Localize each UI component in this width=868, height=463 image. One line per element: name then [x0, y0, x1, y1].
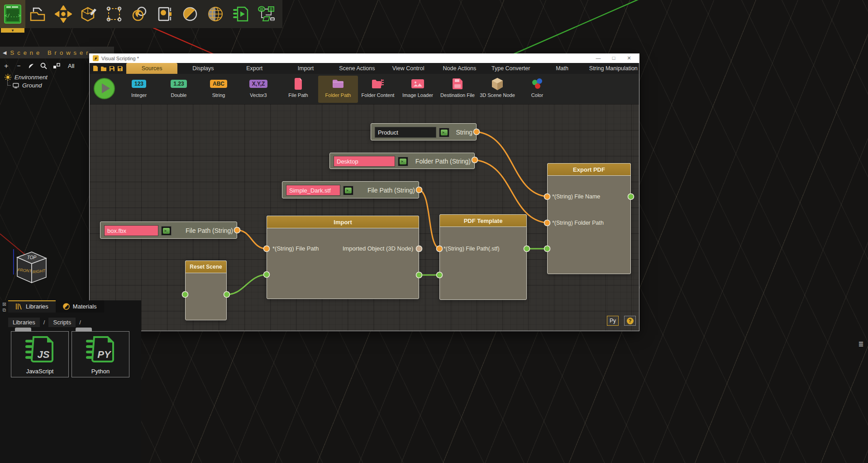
display-icon	[13, 83, 19, 88]
svg-text:</...>: </...>	[5, 13, 21, 18]
wire-simpledark-to-pdftemplate	[419, 190, 439, 249]
window-titlebar[interactable]: Visual Scripting * — □ ✕	[89, 53, 639, 63]
tab-displays[interactable]: Displays	[177, 63, 229, 74]
material-panel-button[interactable]	[152, 0, 177, 28]
expression-button[interactable]: >_	[343, 186, 353, 195]
javascript-icon: JS	[24, 335, 56, 363]
close-button[interactable]: ✕	[621, 53, 637, 63]
hide-toggle-icon	[182, 6, 198, 22]
palette-item-string[interactable]: ABC String	[199, 76, 238, 103]
collapse-arrow-icon[interactable]: ◀	[3, 50, 6, 56]
node-product-string[interactable]: Product >_ String	[371, 123, 477, 140]
tab-view-control[interactable]: View Control	[382, 63, 434, 74]
materials-spheres-button[interactable]	[127, 0, 152, 28]
palette-item-color[interactable]: Color	[517, 76, 557, 103]
open-folder-icon[interactable]	[100, 66, 107, 71]
node-import[interactable]: Import *(String) File Path Imported Obje…	[267, 216, 419, 299]
nav-cube[interactable]: TOP FRONT RIGHT	[4, 245, 58, 290]
run-button[interactable]	[94, 78, 115, 99]
node-palette: 123 Integer 1.23 Double ABC String X,Y,Z…	[90, 74, 639, 104]
tab-sources[interactable]: Sources	[126, 63, 177, 74]
tab-string-manipulation[interactable]: String Manipulation	[588, 63, 639, 74]
marquee-select-button[interactable]	[101, 0, 127, 28]
close-panel-icon[interactable]: ⊠	[1, 301, 8, 307]
sphere-icon	[63, 303, 70, 310]
node-pdf-template[interactable]: PDF Template *(String) File Path(.stf)	[439, 214, 527, 300]
window-menubar: + Sources Displays Export Import Scene A…	[90, 63, 639, 74]
panel-handle-icon[interactable]: ▬▬▬	[859, 341, 865, 346]
simple-dark-value-input[interactable]: Simple_Dark.stf	[286, 185, 340, 196]
python-mode-button[interactable]: Py	[607, 316, 619, 326]
tab-type-converter[interactable]: Type Converter	[485, 63, 536, 74]
add-icon[interactable]: ＋	[3, 62, 10, 70]
pen-icon[interactable]	[28, 63, 34, 69]
palette-label: Color	[531, 92, 543, 98]
panel-side-icons: ⊠ ⧉	[1, 301, 8, 313]
float-panel-icon[interactable]: ⧉	[1, 307, 8, 313]
minimize-button[interactable]: —	[591, 53, 606, 63]
category-tabs: Sources Displays Export Import Scene Act…	[126, 63, 639, 74]
palette-item-integer[interactable]: 123 Integer	[119, 76, 159, 103]
breadcrumb: Libraries / Scripts /	[8, 318, 81, 327]
palette-label: 3D Scene Node	[480, 92, 515, 98]
code-editor-button[interactable]: </...>	[0, 0, 25, 28]
node-desktop-folder-path[interactable]: Desktop >_ Folder Path (String)	[329, 153, 475, 169]
import-folder-button[interactable]	[25, 0, 51, 28]
help-button[interactable]: ?	[624, 316, 636, 326]
expression-button[interactable]: >_	[161, 226, 172, 236]
palette-item-folder-path[interactable]: Folder Path	[318, 76, 358, 103]
node-canvas[interactable]: Product >_ String Desktop >_ Folder Path…	[90, 104, 639, 331]
hide-toggle-button[interactable]	[177, 0, 203, 28]
palette-item-folder-content[interactable]: Folder Content	[358, 76, 398, 103]
palette-item-vector3[interactable]: X,Y,Z Vector3	[238, 76, 278, 103]
tree-item-ground[interactable]: Ground	[13, 82, 42, 89]
palette-item-destination-file[interactable]: Destination File	[438, 76, 477, 103]
input-port-label: *(String) Folder Path	[552, 220, 604, 226]
scene-browser-tools: ＋ － All	[3, 62, 74, 70]
tab-node-actions[interactable]: Node Actions	[434, 63, 485, 74]
product-value-input[interactable]: Product	[375, 127, 436, 138]
remove-icon[interactable]: －	[15, 62, 22, 70]
save-icon[interactable]	[109, 66, 115, 72]
color-icon	[531, 78, 543, 90]
node-simple-dark-file-path[interactable]: Simple_Dark.stf >_ File Path (String)	[282, 181, 419, 198]
tab-export[interactable]: Export	[229, 63, 280, 74]
breadcrumb-libraries[interactable]: Libraries	[8, 318, 40, 327]
node-export-pdf[interactable]: Export PDF *(String) File Name *(String)…	[547, 163, 631, 274]
expression-button[interactable]: >_	[439, 128, 449, 137]
tree-item-label: Environment	[14, 74, 48, 81]
new-file-icon[interactable]	[93, 65, 98, 72]
search-icon[interactable]	[40, 63, 47, 69]
output-label: Folder Path (String)	[415, 158, 471, 165]
palette-item-file-path[interactable]: File Path	[278, 76, 318, 103]
node-reset-scene[interactable]: Reset Scene	[185, 260, 227, 320]
node-box-fbx-file-path[interactable]: box.fbx >_ File Path (String)	[100, 222, 237, 239]
expression-button[interactable]: >_	[398, 157, 408, 166]
tab-import[interactable]: Import	[280, 63, 331, 74]
environment-globe-button[interactable]	[203, 0, 228, 28]
move-transform-button[interactable]	[51, 0, 76, 28]
edit-geometry-button[interactable]	[76, 0, 101, 28]
breadcrumb-scripts[interactable]: Scripts	[48, 318, 76, 327]
desktop-value-input[interactable]: Desktop	[334, 156, 395, 167]
palette-item-double[interactable]: 1.23 Double	[159, 76, 199, 103]
palette-item-image-loader[interactable]: Image Loader	[398, 76, 438, 103]
script-card-python[interactable]: PY Python	[72, 331, 129, 377]
tab-math[interactable]: Math	[536, 63, 587, 74]
group-icon[interactable]	[53, 63, 60, 69]
run-script-icon	[232, 5, 249, 23]
breadcrumb-separator: /	[79, 319, 81, 326]
maximize-button[interactable]: □	[606, 53, 621, 63]
save-as-icon[interactable]: +	[117, 66, 123, 72]
tab-materials[interactable]: Materials	[56, 300, 104, 313]
palette-item-3d-scene-node[interactable]: 3D Scene Node	[477, 76, 517, 103]
tree-item-environment[interactable]: Environment	[5, 74, 48, 81]
tab-libraries[interactable]: Libraries	[8, 300, 56, 313]
script-card-javascript[interactable]: JS JavaScript	[11, 331, 69, 377]
run-script-button[interactable]	[228, 0, 253, 28]
material-panel-icon	[157, 6, 173, 22]
box-fbx-value-input[interactable]: box.fbx	[104, 225, 158, 236]
filter-all-label[interactable]: All	[68, 63, 74, 69]
tab-scene-actions[interactable]: Scene Actions	[331, 63, 382, 74]
node-graph-button[interactable]	[253, 0, 279, 28]
